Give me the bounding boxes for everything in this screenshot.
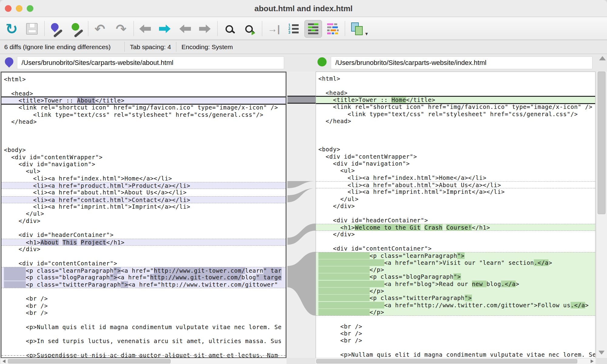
code-text: <html> bbox=[4, 76, 26, 83]
code-text: </p> bbox=[370, 288, 384, 294]
code-text: <a href="http://www.twitter.com/gittower… bbox=[384, 302, 571, 308]
scroll-right-arrow-icon[interactable] bbox=[591, 359, 594, 363]
line-numbers-button[interactable]: 123 bbox=[285, 20, 302, 38]
code-line: <div id="contentContainer"> bbox=[316, 245, 595, 252]
left-horizontal-scroll-thumb[interactable] bbox=[8, 359, 171, 363]
redo-button[interactable]: ↷ bbox=[112, 20, 130, 38]
find-next-button[interactable] bbox=[240, 20, 258, 38]
code-text: <title>Tower :: bbox=[318, 96, 392, 103]
code-line bbox=[316, 238, 595, 245]
edit-right-button[interactable] bbox=[68, 20, 86, 38]
code-text: <link type="text/css" rel="stylesheet" h… bbox=[4, 111, 263, 118]
code-text: > bbox=[585, 302, 589, 308]
last-diff-button[interactable] bbox=[196, 20, 214, 38]
code-line: </p> bbox=[316, 266, 595, 273]
code-text: <li><a href="contact.html">Contact</a></… bbox=[4, 197, 190, 203]
first-diff-button[interactable] bbox=[136, 20, 154, 38]
save-icon bbox=[26, 23, 38, 35]
code-text: </h1> bbox=[472, 224, 490, 231]
code-line: </div> bbox=[2, 217, 286, 224]
last-diff-icon bbox=[199, 25, 211, 33]
save-button[interactable] bbox=[23, 20, 41, 38]
code-text: <li><a href="index.html">Home</a></li> bbox=[4, 175, 172, 182]
code-text bbox=[59, 239, 63, 246]
code-text: <p>Nullam quis elit id magna condimentum… bbox=[4, 324, 282, 330]
code-text: <br /> bbox=[4, 309, 48, 316]
title-bar: about.html and index.html bbox=[0, 0, 607, 17]
char-diffs-button[interactable] bbox=[324, 20, 342, 38]
toolbar-separator bbox=[262, 21, 262, 36]
file-header-row: /Users/brunobrito/Sites/carparts-website… bbox=[0, 54, 607, 72]
code-text: <body> bbox=[318, 146, 340, 153]
layout-button[interactable]: ▾ bbox=[348, 20, 365, 38]
scroll-left-arrow-icon[interactable] bbox=[2, 359, 5, 363]
word-diff-segment: " targe bbox=[256, 274, 282, 281]
left-code-pane[interactable]: <html> <head> <title>Tower :: About</tit… bbox=[1, 72, 287, 358]
code-text: <p>Nullam quis elit id magna condimentum… bbox=[318, 351, 595, 358]
vertical-scroll-thumb[interactable] bbox=[598, 72, 605, 214]
code-text: <a href="http://www.twitter.com/gittower… bbox=[128, 281, 278, 288]
code-text: <div id="contentContainer"> bbox=[4, 260, 117, 267]
code-line: <li><a href="imprint.html">Imprint</a></… bbox=[316, 188, 595, 195]
code-line bbox=[316, 82, 595, 89]
code-line bbox=[2, 345, 286, 352]
code-line: <link type="text/css" rel="stylesheet" h… bbox=[316, 111, 595, 118]
prev-diff-button[interactable] bbox=[176, 20, 194, 38]
undo-button[interactable]: ↶ bbox=[91, 20, 109, 38]
scroll-down-arrow-icon[interactable] bbox=[599, 351, 605, 355]
code-text: <li><a href="about.html">About Us</a></l… bbox=[4, 189, 187, 196]
word-diff-segment: "> bbox=[114, 267, 121, 274]
diff-view-button[interactable] bbox=[304, 20, 322, 38]
status-bar: 6 diffs (Ignore line ending differences)… bbox=[0, 40, 607, 54]
tab-spacing-status: Tab spacing: 4 bbox=[130, 40, 171, 54]
left-horizontal-scrollbar[interactable] bbox=[1, 358, 287, 364]
code-text: <br /> bbox=[318, 337, 362, 344]
code-text: <div id="headerContainer"> bbox=[4, 231, 114, 238]
right-horizontal-scroll-thumb[interactable] bbox=[316, 359, 577, 363]
code-line: <body> bbox=[2, 147, 286, 153]
code-text: <li><a href="imprint.html">Imprint</a></… bbox=[4, 203, 190, 210]
goto-line-button[interactable]: →| bbox=[265, 20, 283, 38]
right-horizontal-scrollbar[interactable] bbox=[316, 358, 595, 364]
left-file-path-field[interactable]: /Users/brunobrito/Sites/carparts-website… bbox=[17, 56, 284, 69]
code-line: <li><a href="contact.html">Contact</a></… bbox=[2, 196, 286, 203]
diff-connector-graphic bbox=[287, 72, 316, 358]
code-line: <div id="headerContainer"> bbox=[316, 217, 595, 224]
next-diff-button[interactable] bbox=[156, 20, 174, 38]
code-text: <p class="twitterParagraph bbox=[370, 295, 465, 301]
code-text: <br /> bbox=[4, 302, 48, 309]
code-text: </title> bbox=[95, 97, 124, 104]
reload-button[interactable]: ↻ bbox=[3, 20, 20, 38]
selected-diff-border bbox=[2, 104, 286, 105]
code-text: <br /> bbox=[4, 295, 48, 302]
code-line bbox=[2, 288, 286, 295]
code-line: <li><a href="about.html">About Us</a></l… bbox=[2, 189, 286, 196]
word-diff-segment: About bbox=[40, 239, 59, 246]
code-line bbox=[316, 344, 595, 351]
toolbar-separator bbox=[134, 21, 134, 36]
code-text: <title>Tower :: bbox=[4, 97, 77, 104]
word-diff-segment bbox=[4, 267, 26, 274]
code-line: <br /> bbox=[316, 337, 595, 344]
char-diff-icon bbox=[327, 26, 339, 28]
word-diff-segment bbox=[318, 273, 370, 280]
status-separator bbox=[176, 42, 176, 52]
right-code-pane[interactable]: <html> <head> <title>Tower :: Home</titl… bbox=[316, 72, 595, 358]
code-text: </title> bbox=[406, 96, 435, 103]
code-text: > bbox=[516, 281, 519, 287]
code-text: </div> bbox=[4, 217, 40, 224]
vertical-scrollbar[interactable] bbox=[596, 72, 607, 358]
find-button[interactable] bbox=[220, 20, 238, 38]
code-line: <body> bbox=[316, 146, 595, 153]
edit-left-button[interactable] bbox=[47, 20, 65, 38]
code-line: </p> bbox=[316, 309, 595, 316]
code-line: <div id="headerContainer"> bbox=[2, 231, 286, 238]
code-text: <p>Suspendisse ut nisi ac diam auctor al… bbox=[4, 352, 278, 358]
code-text: <li><a href="product.html">Product</a></… bbox=[4, 182, 190, 189]
right-file-path-field[interactable]: /Users/brunobrito/Sites/carparts-website… bbox=[331, 56, 592, 69]
code-line: <br /> bbox=[316, 330, 595, 337]
code-text: </head> bbox=[4, 118, 37, 125]
code-line: <div id="navigation"> bbox=[2, 161, 286, 168]
scroll-up-arrow-icon[interactable] bbox=[599, 56, 606, 60]
code-text: <a href=" bbox=[121, 267, 154, 274]
